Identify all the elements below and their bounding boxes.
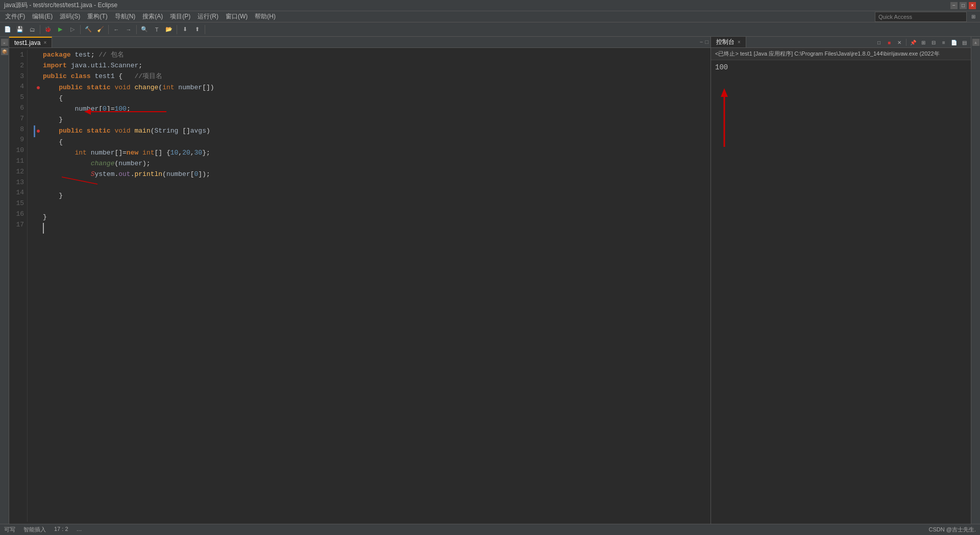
- console-remove-button[interactable]: ✕: [895, 38, 904, 47]
- ln-14: 14: [12, 188, 24, 198]
- editor-tab-test1[interactable]: test1.java ×: [9, 37, 52, 47]
- ln-12: 12: [12, 167, 24, 177]
- console-terminate-button[interactable]: ■: [885, 38, 894, 47]
- editor-minimize-icon[interactable]: −: [700, 39, 703, 45]
- ln-17: 17: [12, 220, 24, 231]
- menu-bar: 文件(F) 编辑(E) 源码(S) 重构(T) 导航(N) 搜索(A) 项目(P…: [0, 11, 980, 22]
- editor-tab-label: test1.java: [14, 39, 40, 46]
- ln-4: 4: [12, 82, 24, 92]
- window-controls: − □ ×: [950, 2, 976, 9]
- run-last-button[interactable]: ▷: [67, 24, 78, 35]
- sidebar-icon-1[interactable]: ☕: [1, 39, 8, 46]
- code-content[interactable]: package test; // 包名 import java.util.Sca…: [28, 50, 710, 522]
- console-view-button[interactable]: ⊞: [919, 38, 928, 47]
- separator-4: [136, 25, 137, 34]
- menu-navigate[interactable]: 导航(N): [112, 11, 139, 22]
- status-position: 17 : 2: [54, 526, 68, 533]
- editor-tab-close[interactable]: ×: [43, 40, 46, 45]
- svg-marker-4: [721, 88, 728, 97]
- code-line-8: ● public static void main(String []avgs): [34, 125, 704, 137]
- code-editor[interactable]: 1 2 3 4 5 6 7 8 9 10 11 12 13 14 15 16 1…: [9, 48, 710, 524]
- status-branding: CSDN @吉士先生.: [929, 526, 976, 533]
- code-line-13: [34, 180, 704, 191]
- status-right: CSDN @吉士先生.: [929, 526, 976, 533]
- menu-file[interactable]: 文件(F): [2, 11, 28, 22]
- ln-7: 7: [12, 114, 24, 124]
- code-line-10: int number[]=new int[] {10,20,30};: [34, 148, 704, 159]
- console-open-file-button[interactable]: 📄: [949, 38, 959, 47]
- console-output-value: 100: [715, 63, 967, 71]
- code-line-9: {: [34, 137, 704, 148]
- next-annot-button[interactable]: ⬇: [179, 24, 190, 35]
- menu-project[interactable]: 项目(P): [167, 11, 193, 22]
- menu-help[interactable]: 帮助(H): [252, 11, 279, 22]
- menu-source[interactable]: 源码(S): [57, 11, 83, 22]
- console-clear-button[interactable]: □: [874, 38, 884, 47]
- back-button[interactable]: ←: [111, 24, 122, 35]
- minimize-button[interactable]: −: [950, 2, 958, 9]
- maximize-button[interactable]: □: [960, 2, 967, 9]
- status-left: 可写 智能插入 17 : 2 …: [4, 526, 82, 533]
- console-scroll-button[interactable]: ⊟: [929, 38, 938, 47]
- menu-window[interactable]: 窗口(W): [223, 11, 251, 22]
- separator-1: [40, 25, 40, 34]
- separator-3: [108, 25, 109, 34]
- blue-bar-8: [34, 125, 35, 137]
- menu-search[interactable]: 搜索(A): [139, 11, 166, 22]
- separator-5: [177, 25, 177, 34]
- ln-5: 5: [12, 92, 24, 103]
- quick-access-label: Quick Access: [878, 14, 912, 20]
- open-resource-button[interactable]: 📂: [163, 24, 175, 35]
- sidebar-icon-2[interactable]: 📦: [1, 48, 8, 55]
- editor-maximize-icon[interactable]: □: [705, 39, 708, 45]
- code-line-12: System.out.println(number[0]);: [34, 169, 704, 180]
- code-line-4: ● public static void change(int number[]…: [34, 82, 704, 93]
- menu-refactor[interactable]: 重构(T): [84, 11, 110, 22]
- ln-16: 16: [12, 209, 24, 220]
- title-bar: java源码 - test/src/test/test1.java - Ecli…: [0, 0, 980, 11]
- ln-13: 13: [12, 177, 24, 188]
- ln-11: 11: [12, 156, 24, 167]
- code-line-11: change(number);: [34, 159, 704, 169]
- separator-2: [80, 25, 81, 34]
- forward-button[interactable]: →: [123, 24, 134, 35]
- console-header: <已终止> test1 [Java 应用程序] C:\Program Files…: [711, 48, 971, 60]
- window-title: java源码 - test/src/test/test1.java - Ecli…: [4, 1, 117, 10]
- save-button[interactable]: 💾: [14, 24, 26, 35]
- clean-button[interactable]: 🧹: [95, 24, 106, 35]
- debug-button[interactable]: 🐞: [42, 24, 54, 35]
- separator-6: [205, 25, 205, 34]
- console-word-wrap-button[interactable]: ≡: [939, 38, 948, 47]
- new-button[interactable]: 📄: [2, 24, 13, 35]
- quick-access-box[interactable]: Quick Access: [875, 12, 967, 22]
- menu-edit[interactable]: 编辑(E): [29, 11, 56, 22]
- left-sidebar: ☕ 📦: [0, 37, 9, 524]
- svg-marker-1: [85, 109, 91, 115]
- build-button[interactable]: 🔨: [83, 24, 94, 35]
- console-tab-close[interactable]: ×: [738, 39, 741, 45]
- console-header-text: <已终止> test1 [Java 应用程序] C:\Program Files…: [715, 50, 940, 57]
- code-line-6: number[0]=100;: [34, 104, 704, 115]
- code-line-5: {: [34, 93, 704, 104]
- console-pin-button[interactable]: 📌: [909, 38, 918, 47]
- perspective-button[interactable]: ⊞: [969, 12, 978, 21]
- status-bar: 可写 智能插入 17 : 2 … CSDN @吉士先生.: [0, 524, 980, 535]
- right-sidebar-icon[interactable]: ▲: [972, 39, 979, 46]
- search-button[interactable]: 🔍: [139, 24, 150, 35]
- ln-9: 9: [12, 135, 24, 145]
- console-output: 100: [711, 60, 971, 524]
- code-line-17: [34, 223, 704, 234]
- menu-run[interactable]: 运行(R): [194, 11, 222, 22]
- prev-annot-button[interactable]: ⬆: [191, 24, 203, 35]
- close-button[interactable]: ×: [969, 2, 976, 9]
- console-tab[interactable]: 控制台 ×: [711, 37, 746, 47]
- ln-10: 10: [12, 145, 24, 156]
- save-all-button[interactable]: 🗂: [27, 24, 38, 35]
- ln-8: 8: [12, 124, 24, 135]
- open-type-button[interactable]: T: [151, 24, 162, 35]
- run-button[interactable]: ▶: [55, 24, 66, 35]
- code-line-1: package test; // 包名: [34, 50, 704, 61]
- status-writable: 可写: [4, 526, 15, 533]
- ln-15: 15: [12, 198, 24, 209]
- console-show-button[interactable]: ▤: [960, 38, 969, 47]
